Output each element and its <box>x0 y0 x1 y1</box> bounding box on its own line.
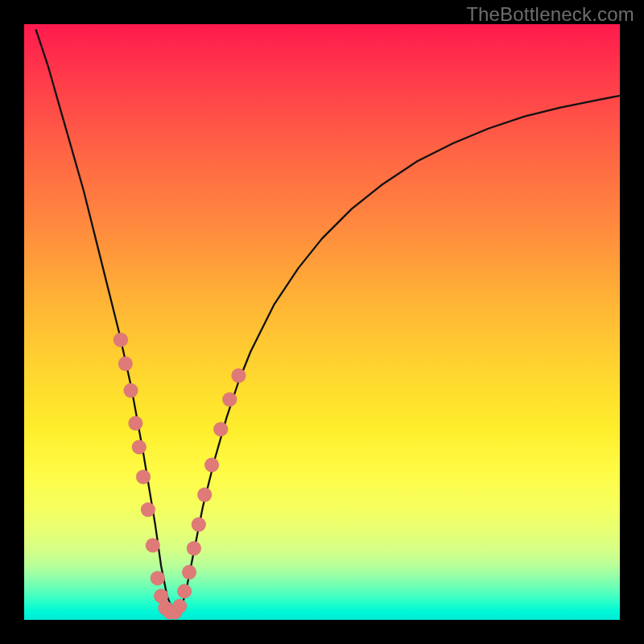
highlight-dot <box>204 458 219 473</box>
highlight-dot <box>151 571 165 585</box>
highlight-dot <box>197 488 212 502</box>
highlight-dot <box>136 469 151 484</box>
highlight-dot <box>118 357 133 371</box>
highlight-dots <box>114 332 246 619</box>
highlight-dot <box>132 440 147 454</box>
highlight-dot <box>213 422 228 436</box>
chart-frame: TheBottleneck.com <box>0 0 644 644</box>
bottleneck-curve <box>36 30 620 611</box>
highlight-dot <box>187 541 201 555</box>
highlight-dot <box>114 332 128 347</box>
highlight-dot <box>192 518 206 532</box>
plot-area <box>24 24 620 620</box>
highlight-dot <box>182 565 196 580</box>
highlight-dot <box>128 416 142 431</box>
highlight-dot <box>146 539 160 553</box>
highlight-dot <box>231 369 246 383</box>
highlight-dot <box>172 599 187 613</box>
chart-svg <box>24 24 620 620</box>
highlight-dot <box>124 383 138 398</box>
highlight-dot <box>222 392 237 407</box>
watermark-text: TheBottleneck.com <box>466 3 634 26</box>
highlight-dot <box>141 502 155 517</box>
highlight-dot <box>177 584 192 599</box>
